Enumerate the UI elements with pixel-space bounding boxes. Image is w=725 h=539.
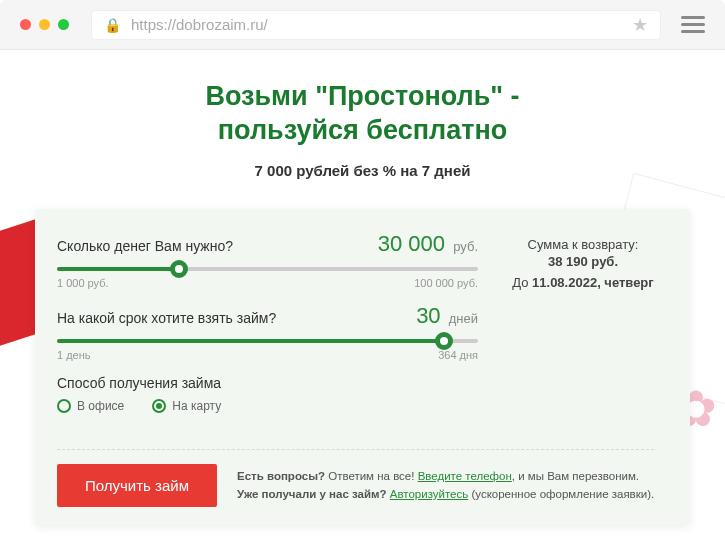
return-date: До 11.08.2022, четверг [498, 275, 668, 290]
amount-label: Сколько денег Вам нужно? [57, 238, 233, 254]
enter-phone-link[interactable]: Введите телефон [418, 470, 512, 482]
hero-subtitle: 7 000 рублей без % на 7 дней [20, 162, 705, 179]
radio-label: В офисе [77, 399, 124, 413]
term-max: 364 дня [438, 349, 478, 361]
amount-slider[interactable] [57, 267, 478, 271]
term-label: На какой срок хотите взять займ? [57, 310, 276, 326]
browser-chrome: 🔒 https://dobrozaim.ru/ ★ [0, 0, 725, 50]
maximize-dot[interactable] [58, 19, 69, 30]
return-summary: Сумма к возврату: 38 190 руб. До 11.08.2… [498, 231, 668, 413]
menu-icon[interactable] [681, 12, 705, 37]
method-radio-1[interactable]: На карту [152, 399, 221, 413]
term-min: 1 день [57, 349, 91, 361]
submit-button[interactable]: Получить займ [57, 464, 217, 507]
url-text: https://dobrozaim.ru/ [131, 16, 632, 33]
window-controls [20, 19, 69, 30]
amount-min: 1 000 руб. [57, 277, 109, 289]
bookmark-star-icon[interactable]: ★ [632, 14, 648, 36]
loan-calculator: Сколько денег Вам нужно? 30 000 руб. 1 0… [35, 209, 690, 525]
address-bar[interactable]: 🔒 https://dobrozaim.ru/ ★ [91, 10, 661, 40]
footer-help-text: Есть вопросы? Ответим на все! Введите те… [237, 467, 654, 504]
amount-slider-block: Сколько денег Вам нужно? 30 000 руб. 1 0… [57, 231, 478, 289]
return-label: Сумма к возврату: [498, 237, 668, 252]
term-value: 30 дней [416, 303, 478, 329]
return-amount: 38 190 руб. [498, 254, 668, 269]
hero-title: Возьми "Простоноль" - пользуйся бесплатн… [20, 80, 705, 148]
amount-value: 30 000 руб. [378, 231, 478, 257]
term-slider[interactable] [57, 339, 478, 343]
term-slider-block: На какой срок хотите взять займ? 30 дней… [57, 303, 478, 361]
term-slider-handle[interactable] [435, 332, 453, 350]
amount-slider-handle[interactable] [170, 260, 188, 278]
method-label: Способ получения займа [57, 375, 478, 391]
minimize-dot[interactable] [39, 19, 50, 30]
lock-icon: 🔒 [104, 17, 121, 33]
login-link[interactable]: Авторизуйтесь [390, 488, 468, 500]
amount-max: 100 000 руб. [414, 277, 478, 289]
radio-label: На карту [172, 399, 221, 413]
method-radio-0[interactable]: В офисе [57, 399, 124, 413]
close-dot[interactable] [20, 19, 31, 30]
